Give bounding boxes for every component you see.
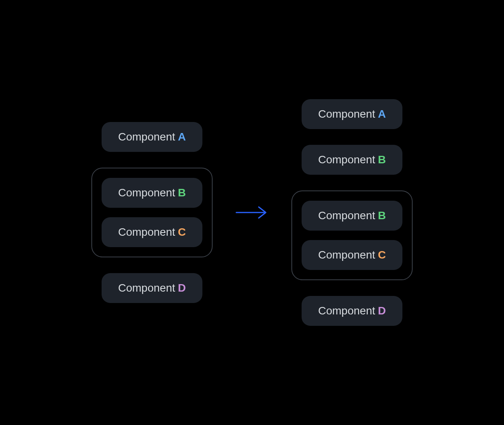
component-label: Component	[118, 187, 175, 199]
component-letter-a: A	[178, 131, 186, 143]
component-label: Component	[318, 108, 375, 120]
component-letter-d: D	[378, 305, 386, 317]
group-box-right: Component B Component C	[291, 190, 413, 280]
component-d-box: Component D	[302, 296, 402, 326]
component-c-box: Component C	[302, 240, 402, 270]
left-column: Component A Component B Component C Comp…	[91, 122, 213, 303]
component-b-box: Component B	[302, 145, 402, 175]
component-letter-c: C	[178, 226, 186, 238]
diagram-container: Component A Component B Component C Comp…	[91, 99, 413, 326]
component-label: Component	[118, 131, 175, 143]
component-label: Component	[118, 226, 175, 238]
component-label: Component	[318, 305, 375, 317]
component-a-box: Component A	[302, 99, 402, 129]
arrow-container	[234, 205, 270, 220]
component-label: Component	[318, 209, 375, 222]
component-letter-d: D	[178, 282, 186, 294]
component-letter-b: B	[378, 153, 386, 166]
component-a-box: Component A	[102, 122, 202, 152]
component-label: Component	[118, 282, 175, 294]
arrow-right-icon	[234, 205, 270, 220]
component-letter-b: B	[378, 209, 386, 222]
component-letter-c: C	[378, 249, 386, 261]
component-d-box: Component D	[102, 273, 202, 303]
component-b-box: Component B	[102, 178, 202, 208]
component-letter-a: A	[378, 108, 386, 120]
component-letter-b: B	[178, 187, 186, 199]
component-label: Component	[318, 249, 375, 261]
component-label: Component	[318, 153, 375, 166]
component-c-box: Component C	[102, 217, 202, 247]
right-column: Component A Component B Component B Comp…	[291, 99, 413, 326]
group-box-left: Component B Component C	[91, 168, 213, 257]
component-b-box: Component B	[302, 201, 402, 231]
